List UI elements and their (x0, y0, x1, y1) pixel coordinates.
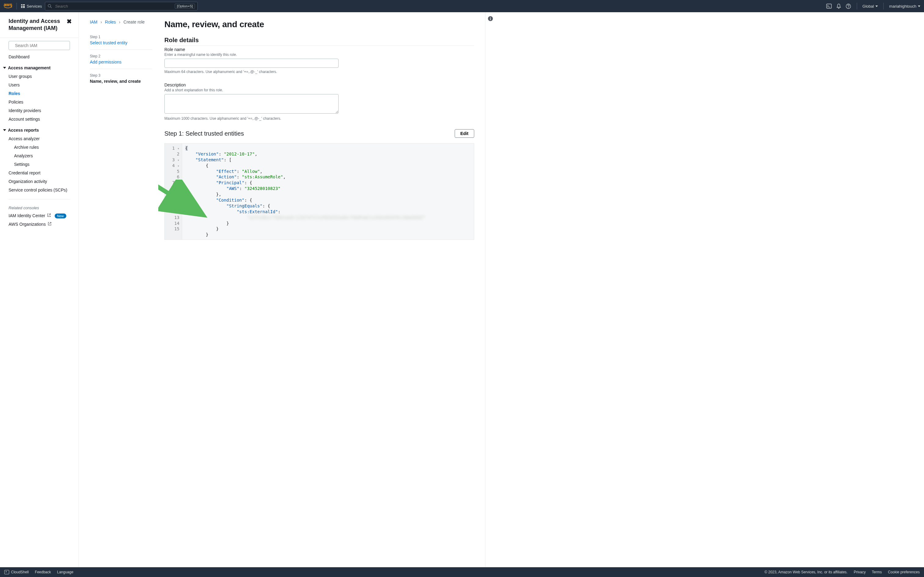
top-nav: aws Services [Option+S] Global mariahigh… (0, 0, 924, 12)
svg-point-5 (848, 7, 849, 8)
role-name-input[interactable] (164, 59, 339, 68)
footer-language[interactable]: Language (57, 570, 73, 574)
sidebar-title: Identity and Access Management (IAM) (8, 18, 67, 32)
sidebar-group-access-reports[interactable]: Access reports (0, 123, 79, 134)
breadcrumb: IAM › Roles › Create role (90, 19, 152, 31)
step-number: Step 3 (90, 73, 152, 77)
cloudshell-icon (4, 570, 9, 574)
wizard-steps: IAM › Roles › Create role Step 1 Select … (79, 12, 158, 567)
account-label: mariahightouch (889, 4, 916, 8)
region-selector[interactable]: Global (863, 4, 878, 8)
nav-separator (16, 3, 17, 10)
aws-logo[interactable]: aws (4, 3, 12, 10)
caret-down-icon (3, 129, 6, 131)
caret-down-icon (918, 5, 920, 7)
breadcrumb-current: Create role (123, 19, 145, 24)
wizard-step-1[interactable]: Step 1 Select trusted entity (90, 31, 152, 50)
breadcrumb-roles[interactable]: Roles (105, 19, 116, 24)
sidebar-close-icon[interactable]: ✖ (67, 18, 72, 25)
iam-sidebar: Identity and Access Management (IAM) ✖ D… (0, 12, 79, 567)
search-icon (48, 4, 52, 8)
region-label: Global (863, 4, 874, 8)
sidebar-item-aws-organizations[interactable]: AWS Organizations (8, 222, 52, 227)
sidebar-item-identity-providers[interactable]: Identity providers (8, 108, 41, 113)
wizard-step-2[interactable]: Step 2 Add permissions (90, 50, 152, 69)
new-badge: New (55, 213, 66, 218)
chevron-right-icon: › (119, 19, 120, 24)
nav-separator (857, 3, 857, 10)
footer-cloudshell[interactable]: CloudShell (4, 570, 29, 574)
description-input[interactable] (164, 94, 339, 114)
footer-feedback[interactable]: Feedback (35, 570, 51, 574)
description-label: Description (164, 82, 474, 87)
description-constraint: Maximum 1000 characters. Use alphanumeri… (164, 116, 474, 121)
sidebar-item-scps[interactable]: Service control policies (SCPs) (8, 187, 67, 192)
role-name-label: Role name (164, 47, 474, 52)
main-content: Name, review, and create Role details Ro… (158, 12, 485, 567)
account-menu[interactable]: mariahightouch (889, 4, 920, 8)
sidebar-item-settings[interactable]: Settings (14, 162, 30, 167)
external-link-icon (47, 213, 51, 217)
step-title-current: Name, review, and create (90, 79, 152, 84)
global-search-input[interactable] (55, 4, 173, 9)
breadcrumb-iam[interactable]: IAM (90, 19, 97, 24)
sidebar-item-account-settings[interactable]: Account settings (8, 117, 40, 122)
help-icon[interactable] (846, 3, 851, 9)
footer-cookie-prefs[interactable]: Cookie preferences (888, 570, 920, 574)
sidebar-item-user-groups[interactable]: User groups (8, 74, 32, 79)
sidebar-item-access-analyzer[interactable]: Access analyzer (8, 136, 40, 141)
grid-icon (21, 4, 25, 8)
svg-line-9 (49, 222, 51, 224)
sidebar-item-credential-report[interactable]: Credential report (8, 171, 40, 175)
sidebar-item-analyzers[interactable]: Analyzers (14, 153, 33, 158)
sidebar-item-archive-rules[interactable]: Archive rules (14, 145, 39, 150)
trust-policy-editor: 1 ▾ 2 3 ▾ 4 ▾ 5 6 7 ▾ 8 9 10 ▾ 11 ▾ 12 1… (164, 143, 474, 240)
edit-button[interactable]: Edit (455, 129, 474, 138)
wizard-step-3: Step 3 Name, review, and create (90, 69, 152, 88)
footer-privacy[interactable]: Privacy (854, 570, 866, 574)
sidebar-search-input[interactable] (15, 43, 69, 48)
field-description: Description Add a short explanation for … (164, 82, 474, 121)
caret-down-icon (3, 67, 6, 69)
services-menu[interactable]: Services (21, 4, 42, 8)
svg-point-0 (48, 4, 51, 7)
description-hint: Add a short explanation for this role. (164, 88, 474, 92)
role-details-heading: Role details (164, 37, 474, 46)
code-body[interactable]: { "Version": "2012-10-17", "Statement": … (182, 143, 474, 240)
services-label: Services (27, 4, 42, 8)
info-icon (488, 16, 493, 21)
step1-review-heading: Step 1: Select trusted entities (164, 130, 244, 137)
notifications-icon[interactable] (836, 3, 842, 9)
svg-point-4 (846, 4, 851, 8)
svg-rect-2 (827, 4, 831, 8)
global-search[interactable]: [Option+S] (45, 2, 198, 10)
step-number: Step 1 (90, 35, 152, 39)
footer-copyright: © 2023, Amazon Web Services, Inc. or its… (764, 570, 848, 574)
page-title: Name, review, and create (164, 19, 474, 29)
console-footer: CloudShell Feedback Language © 2023, Ama… (0, 567, 924, 577)
footer-terms[interactable]: Terms (872, 570, 882, 574)
step-title-link[interactable]: Add permissions (90, 60, 122, 64)
svg-line-8 (48, 214, 50, 216)
sidebar-item-policies[interactable]: Policies (8, 100, 23, 105)
step-number: Step 2 (90, 54, 152, 58)
sidebar-related-heading: Related consoles (0, 204, 79, 211)
role-name-constraint: Maximum 64 characters. Use alphanumeric … (164, 69, 474, 74)
sidebar-item-dashboard[interactable]: Dashboard (8, 54, 30, 59)
info-panel-toggle[interactable] (485, 12, 495, 567)
cloudshell-icon[interactable] (826, 3, 832, 9)
sidebar-search[interactable] (8, 41, 70, 50)
search-shortcut-hint: [Option+S] (175, 4, 195, 8)
caret-down-icon (876, 5, 878, 7)
step-title-link[interactable]: Select trusted entity (90, 40, 127, 45)
svg-rect-12 (490, 18, 491, 20)
sidebar-item-organization-activity[interactable]: Organization activity (8, 179, 47, 184)
sidebar-group-access-management[interactable]: Access management (0, 61, 79, 72)
external-link-icon (48, 222, 52, 226)
sidebar-item-users[interactable]: Users (8, 82, 20, 87)
sidebar-item-iam-identity-center[interactable]: IAM Identity Center (8, 213, 51, 218)
chevron-right-icon: › (100, 19, 102, 24)
sidebar-item-roles[interactable]: Roles (8, 91, 20, 96)
role-name-hint: Enter a meaningful name to identify this… (164, 53, 474, 57)
redacted-external-id: "aJYxdbsrTQdnsm3r1JbT47VJsFDZA9ZadArf8dP… (247, 215, 426, 220)
